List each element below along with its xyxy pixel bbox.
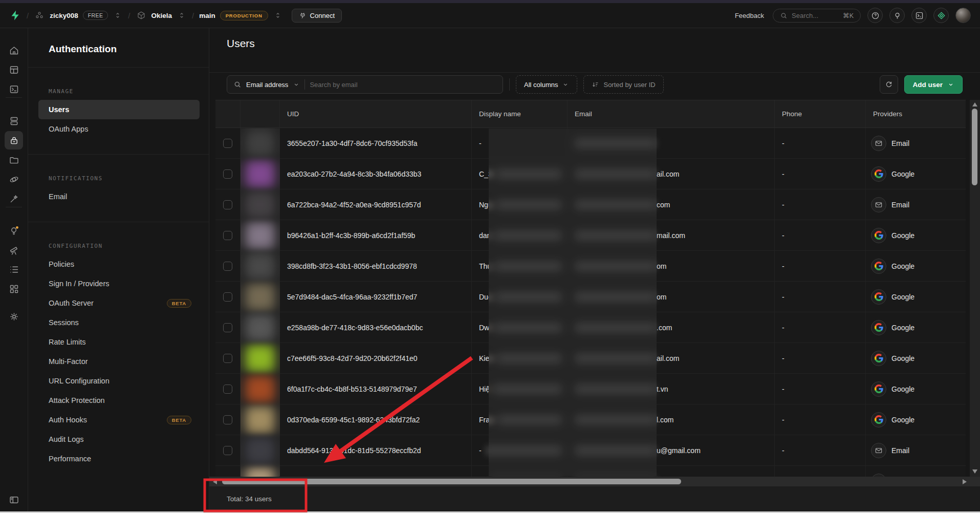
branch-name[interactable]: main: [199, 12, 215, 19]
sidebar-item-url-configuration[interactable]: URL Configuration: [28, 371, 209, 391]
rail-item-database[interactable]: [5, 112, 23, 130]
connect-button[interactable]: Connect: [292, 9, 342, 23]
table-row[interactable]: 428db498-b516-49fd-a479-9a990f990a5aVă@g…: [215, 466, 966, 477]
redacted-display-name: [496, 169, 562, 179]
rail-item-sql-editor[interactable]: [5, 80, 23, 98]
global-search-input[interactable]: Search... ⌘K: [773, 9, 861, 23]
scroll-right-arrow[interactable]: [963, 479, 967, 484]
rail-item-api-docs[interactable]: [5, 280, 23, 298]
redacted-display-name: [485, 445, 562, 456]
redacted-display-name: [495, 261, 562, 271]
rail-item-realtime[interactable]: [5, 189, 23, 208]
help-button[interactable]: [867, 8, 883, 23]
row-checkbox[interactable]: [223, 200, 232, 209]
table-row[interactable]: 3655e207-1a30-4df7-8dc6-70cf935d53fa--Em…: [215, 128, 966, 159]
user-phone: -: [782, 324, 785, 332]
section-label: MANAGE: [49, 88, 209, 95]
rail-item-settings[interactable]: [5, 307, 23, 326]
table-row[interactable]: 398cd8fb-3f23-43b1-8056-ebf1cdcd9978Thuo…: [215, 251, 966, 282]
table-row[interactable]: 5e7d9484-dac5-4fca-96aa-9232ff1b7ed7Duco…: [215, 282, 966, 312]
vertical-scrollbar[interactable]: [970, 100, 980, 477]
project-name[interactable]: Okiela: [151, 12, 172, 19]
rail-item-collapse-sidebar[interactable]: [5, 490, 23, 509]
sidebar-item-audit-logs[interactable]: Audit Logs: [28, 430, 209, 449]
sidebar-item-auth-hooks[interactable]: Auth HooksBETA: [28, 410, 209, 430]
search-shortcut: ⌘K: [843, 12, 854, 19]
provider-label: Google: [891, 170, 914, 178]
user-avatar[interactable]: [955, 8, 971, 23]
rail-item-home[interactable]: [5, 41, 23, 59]
sidebar-item-rate-limits[interactable]: Rate Limits: [28, 332, 209, 352]
command-menu-button[interactable]: [911, 8, 927, 23]
avatar: [245, 314, 275, 341]
authentication-icon: [9, 135, 19, 146]
table-row[interactable]: c7ee66f5-93c8-42d7-9d20-20b62f2f41e0Kien…: [215, 343, 966, 374]
columns-filter-button[interactable]: All columns: [516, 75, 577, 94]
row-checkbox[interactable]: [223, 384, 232, 394]
row-checkbox[interactable]: [223, 415, 232, 424]
sidebar-item-oauth-server[interactable]: OAuth ServerBETA: [28, 293, 209, 313]
chevron-down-icon[interactable]: [293, 81, 300, 88]
email-icon: [875, 446, 883, 455]
table-row[interactable]: 6f0a1f7c-cb4c-4b8f-b513-5148979d79e7Hiệt…: [215, 374, 966, 404]
table-row[interactable]: e258a98b-de77-418c-9d83-e56e0dacb0bcDwi.…: [215, 312, 966, 343]
sort-button[interactable]: Sorted by user ID: [583, 75, 663, 94]
row-checkbox[interactable]: [223, 139, 232, 148]
row-checkbox[interactable]: [223, 262, 232, 271]
row-checkbox[interactable]: [223, 292, 232, 302]
rail-item-storage[interactable]: [5, 151, 23, 169]
org-switcher-chevrons[interactable]: [113, 11, 123, 19]
provider-label: Google: [891, 416, 914, 424]
sidebar-item-email[interactable]: Email: [28, 187, 209, 206]
row-checkbox[interactable]: [223, 323, 232, 332]
sidebar-item-policies[interactable]: Policies: [28, 254, 209, 274]
whats-new-button[interactable]: [889, 8, 905, 23]
table-row[interactable]: 6a722bca-94a2-4f52-a0ea-9cd8951c957dNguc…: [215, 189, 966, 220]
vertical-scrollbar-thumb[interactable]: [972, 109, 977, 185]
table-row[interactable]: 0d370eda-6599-45c1-9892-6243bfd72fa2Fran…: [215, 404, 966, 435]
rail-item-edge-functions[interactable]: [5, 170, 23, 188]
refresh-button[interactable]: [880, 75, 898, 94]
org-name[interactable]: zicky008: [50, 12, 78, 19]
project-switcher-chevrons[interactable]: [177, 11, 187, 19]
rail-item-logs[interactable]: [5, 260, 23, 279]
rail-item-reports[interactable]: [5, 241, 23, 259]
sidebar-item-oauth-apps[interactable]: OAuth Apps: [28, 119, 209, 139]
table-row[interactable]: dabdd564-9134-41dc-81d5-55278eccfb2d-u@g…: [215, 435, 966, 466]
scroll-down-arrow[interactable]: [972, 469, 977, 474]
rail-item-authentication[interactable]: [5, 131, 23, 149]
search-field-select[interactable]: Email address: [246, 81, 288, 89]
search-placeholder: Search...: [792, 12, 818, 19]
authentication-sidebar: Authentication MANAGEUsersOAuth AppsNOTI…: [28, 28, 209, 513]
row-checkbox[interactable]: [223, 231, 232, 240]
refresh-icon: [885, 80, 893, 89]
row-checkbox[interactable]: [223, 354, 232, 363]
email-search-input[interactable]: Search by email: [310, 81, 357, 89]
rail-item-advisors[interactable]: [5, 221, 23, 240]
add-user-button[interactable]: Add user: [904, 75, 963, 94]
redacted-email: [575, 261, 657, 271]
redacted-email: [575, 415, 657, 425]
rail-item-table-editor[interactable]: [5, 60, 23, 79]
table-row[interactable]: b96426a1-b2ff-4c3b-899b-a6cd2f1af59bdanm…: [215, 220, 966, 251]
scroll-left-arrow[interactable]: [213, 479, 217, 484]
horizontal-scrollbar-thumb[interactable]: [222, 479, 681, 484]
scroll-up-arrow[interactable]: [972, 102, 977, 106]
row-checkbox[interactable]: [223, 446, 232, 455]
sidebar-item-multi-factor[interactable]: Multi-Factor: [28, 352, 209, 371]
sidebar-item-sessions[interactable]: Sessions: [28, 313, 209, 332]
feedback-link[interactable]: Feedback: [735, 12, 764, 19]
branch-switcher-chevrons[interactable]: [273, 11, 283, 19]
sidebar-item-performance[interactable]: Performance: [28, 449, 209, 468]
supabase-logo-icon[interactable]: [9, 9, 21, 22]
sidebar-item-attack-protection[interactable]: Attack Protection: [28, 391, 209, 410]
row-checkbox[interactable]: [223, 169, 232, 179]
divider: [509, 78, 510, 91]
sidebar-item-users[interactable]: Users: [38, 100, 200, 119]
ai-assistant-button[interactable]: [933, 8, 949, 23]
sidebar-item-sign-in-providers[interactable]: Sign In / Providers: [28, 274, 209, 293]
horizontal-scrollbar[interactable]: [209, 477, 980, 486]
display-name-fragment: Duc: [479, 293, 492, 301]
table-row[interactable]: ea203ca0-27b2-4a94-8c3b-3b4fa06d33b3C_3a…: [215, 159, 966, 189]
divider: [28, 154, 209, 155]
